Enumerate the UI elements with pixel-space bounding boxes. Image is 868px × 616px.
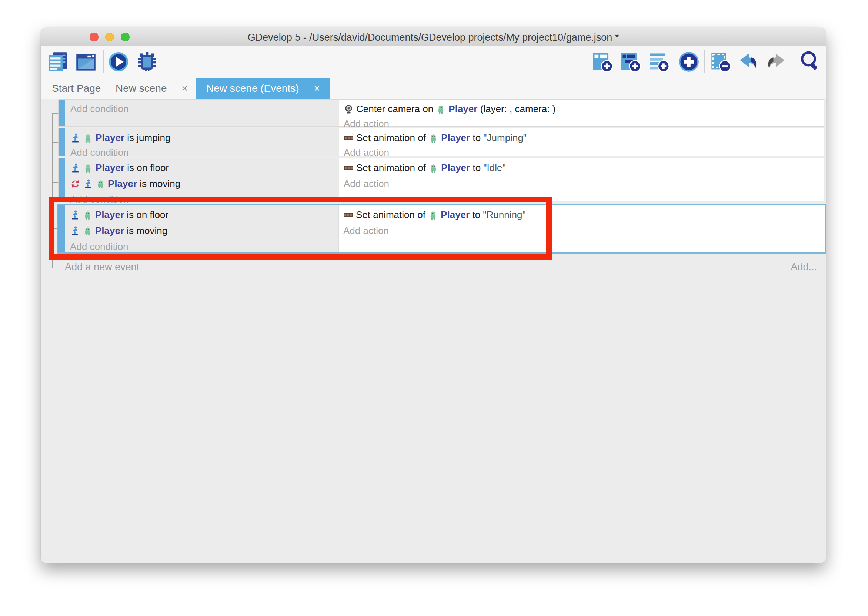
object-name: Player: [108, 178, 137, 190]
actions-cell: Center camera on Player (layer: , camera…: [339, 100, 824, 126]
condition-text: is moving: [137, 178, 180, 190]
actions-cell: Set animation of Player to "Running" Add…: [339, 205, 825, 253]
event-tree-line: [52, 182, 58, 183]
event-handle[interactable]: [58, 100, 65, 126]
add-new-icon[interactable]: [678, 51, 700, 72]
event-handle[interactable]: [58, 158, 65, 201]
player-object-icon: [428, 163, 439, 173]
action-item[interactable]: Set animation of Player to "Running": [343, 207, 825, 223]
object-name: Player: [96, 132, 124, 144]
camera-icon: [344, 104, 354, 114]
add-condition-link[interactable]: Add condition: [70, 239, 338, 255]
tab-new-scene[interactable]: New scene ×: [107, 78, 196, 99]
title-bar: GDevelop 5 - /Users/david/Documents/GDev…: [41, 28, 826, 46]
platformer-icon: [70, 226, 80, 236]
object-name: Player: [441, 209, 470, 221]
condition-text: is on floor: [124, 162, 169, 174]
toolbar-separator: [704, 50, 705, 73]
player-object-icon: [428, 133, 439, 143]
action-text: (layer: , camera: ): [477, 103, 555, 115]
close-icon[interactable]: ×: [314, 83, 320, 94]
event-handle[interactable]: [58, 129, 65, 156]
actions-cell: Set animation of Player to "Idle" Add ac…: [339, 158, 824, 201]
gdevelop-window: GDevelop 5 - /Users/david/Documents/GDev…: [41, 28, 826, 563]
event-tree-line: [52, 268, 60, 269]
play-icon[interactable]: [108, 51, 129, 72]
search-icon[interactable]: [799, 50, 822, 73]
event-row-selected: Player is on floor Player is moving Add …: [57, 204, 826, 254]
object-name: Player: [95, 225, 124, 237]
event-row: Player is on floor Player is moving Add …: [58, 158, 824, 201]
player-object-icon: [83, 163, 93, 173]
action-item[interactable]: Set animation of Player to "Jumping": [344, 130, 824, 145]
event-tree-line: [52, 228, 57, 229]
delete-event-icon[interactable]: [710, 51, 731, 72]
platformer-icon: [70, 163, 80, 173]
animation-icon: [343, 210, 353, 220]
condition-item[interactable]: Player is jumping: [70, 130, 339, 145]
action-value: "Running": [483, 209, 525, 221]
add-new-event-link[interactable]: Add a new event: [65, 261, 139, 273]
condition-text: is moving: [124, 225, 167, 237]
add-subevent-icon[interactable]: [620, 51, 642, 72]
invert-icon: [70, 179, 80, 189]
close-icon[interactable]: ×: [182, 83, 188, 94]
debug-icon[interactable]: [136, 51, 158, 72]
animation-icon: [344, 163, 354, 173]
add-comment-icon[interactable]: [648, 51, 670, 72]
action-text: Set animation of: [356, 132, 428, 144]
add-event-icon[interactable]: [592, 51, 613, 72]
player-object-icon: [436, 104, 446, 114]
redo-icon[interactable]: [766, 51, 787, 72]
conditions-cell: Player is on floor Player is moving Add …: [65, 205, 339, 253]
event-tree-line: [52, 142, 58, 143]
tab-label: New scene (Events): [206, 83, 299, 94]
project-manager-icon[interactable]: [47, 51, 69, 72]
action-item[interactable]: Set animation of Player to "Idle": [344, 160, 824, 176]
platformer-icon: [70, 133, 80, 143]
object-name: Player: [441, 162, 470, 174]
condition-item[interactable]: Player is moving: [70, 223, 338, 239]
event-handle[interactable]: [58, 205, 65, 253]
add-action-link[interactable]: Add action: [344, 176, 824, 192]
object-name: Player: [96, 162, 124, 174]
events-sheet: Add condition Center camera on Player (l…: [41, 99, 826, 563]
platformer-icon: [83, 179, 93, 189]
tab-label: New scene: [116, 83, 167, 94]
add-action-link[interactable]: Add action: [343, 223, 825, 239]
event-row: Player is jumping Add condition Set anim…: [58, 128, 824, 156]
player-object-icon: [83, 133, 93, 143]
add-more-link[interactable]: Add...: [791, 261, 817, 273]
animation-icon: [344, 133, 354, 143]
player-object-icon: [428, 210, 438, 220]
condition-item[interactable]: Player is on floor: [70, 207, 338, 223]
editor-tab-bar: Start Page New scene × New scene (Events…: [41, 78, 826, 99]
action-text: to: [470, 209, 483, 221]
window-title: GDevelop 5 - /Users/david/Documents/GDev…: [41, 32, 826, 43]
action-text: Set animation of: [356, 162, 428, 174]
toolbar-separator: [794, 50, 794, 73]
tab-new-scene-events[interactable]: New scene (Events) ×: [196, 78, 330, 99]
add-condition-link[interactable]: Add condition: [70, 101, 339, 116]
actions-cell: Set animation of Player to "Jumping" Add…: [339, 129, 824, 156]
condition-text: is on floor: [124, 209, 168, 221]
event-tree-line: [52, 113, 53, 268]
action-item[interactable]: Center camera on Player (layer: , camera…: [344, 101, 824, 116]
main-toolbar: [41, 46, 826, 78]
condition-text: is jumping: [124, 132, 170, 144]
toolbar-separator: [103, 50, 104, 73]
event-row: Add condition Center camera on Player (l…: [58, 99, 824, 127]
condition-item[interactable]: Player is on floor: [70, 160, 339, 176]
conditions-cell: Player is on floor Player is moving Add …: [65, 158, 339, 201]
player-object-icon: [83, 226, 93, 236]
scene-editor-icon[interactable]: [75, 51, 97, 72]
action-text: to: [470, 132, 483, 144]
platformer-icon: [70, 210, 80, 220]
action-value: "Idle": [483, 162, 505, 174]
player-object-icon: [83, 210, 93, 220]
tab-start-page[interactable]: Start Page: [44, 78, 108, 99]
action-value: "Jumping": [483, 132, 527, 144]
conditions-cell: Add condition: [65, 100, 339, 126]
condition-item[interactable]: Player is moving: [70, 176, 339, 192]
undo-icon[interactable]: [737, 51, 759, 72]
